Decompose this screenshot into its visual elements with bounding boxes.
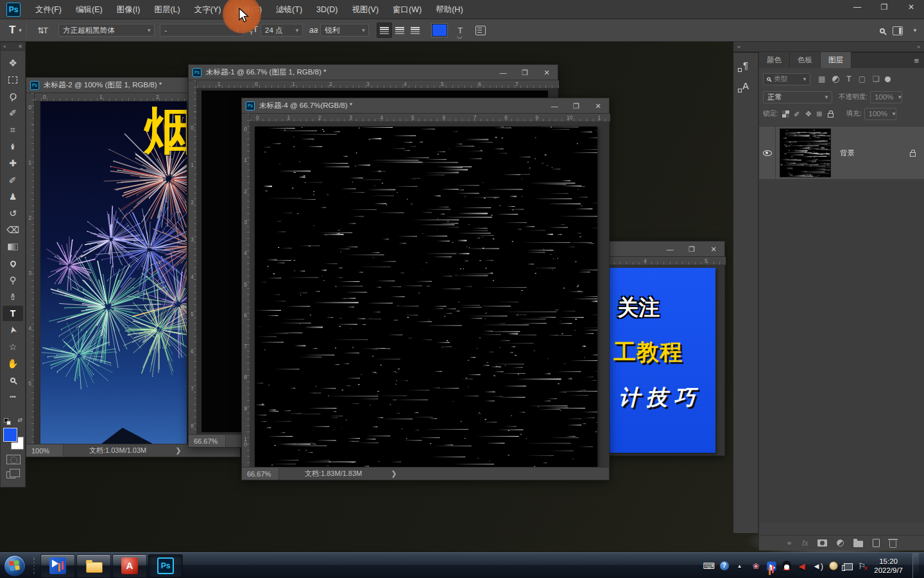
character-panel-icon[interactable]: A bbox=[736, 77, 755, 94]
menu-滤镜(T)[interactable]: 滤镜(T) bbox=[269, 0, 309, 19]
layer-filter-select[interactable]: 类型 ▼ bbox=[763, 73, 810, 85]
doc2-zoom-field[interactable]: 100% bbox=[26, 444, 64, 457]
taskbar-explorer-button[interactable] bbox=[76, 554, 111, 577]
gradient-tool[interactable] bbox=[3, 239, 23, 254]
doc4-close-button[interactable]: ✕ bbox=[592, 102, 604, 110]
blur-tool[interactable] bbox=[3, 256, 23, 271]
doc3-minimize-button[interactable]: — bbox=[664, 245, 676, 253]
taskbar-clock[interactable]: 15:20 2022/9/7 bbox=[874, 557, 903, 575]
app-close-button[interactable]: ✕ bbox=[902, 1, 920, 13]
add-layer-mask-icon[interactable] bbox=[817, 539, 827, 547]
tool-preset-caret-icon[interactable]: ▼ bbox=[17, 28, 22, 33]
tab-swatches[interactable]: 色板 bbox=[790, 52, 821, 68]
text-orientation-icon[interactable]: ⇅T bbox=[37, 26, 47, 35]
hand-tool[interactable]: ✋ bbox=[3, 356, 23, 371]
doc4-ruler-vertical[interactable]: 012345678910 bbox=[242, 114, 250, 468]
foreground-color-swatch[interactable] bbox=[3, 428, 17, 442]
menu-图层(L)[interactable]: 图层(L) bbox=[147, 0, 187, 19]
brush-tool[interactable]: ✎ bbox=[3, 172, 23, 188]
tools-close-icon[interactable]: ✕ bbox=[18, 44, 22, 49]
link-layers-icon[interactable]: ⚭ bbox=[786, 539, 792, 548]
volume-tray-icon[interactable]: ◄) bbox=[813, 561, 823, 571]
lock-all-icon[interactable] bbox=[828, 113, 834, 118]
help-tray-icon[interactable]: ? bbox=[720, 561, 729, 570]
doc4-maximize-button[interactable]: ❐ bbox=[570, 102, 582, 110]
dodge-tool[interactable]: ⚲ bbox=[3, 272, 23, 288]
dock-collapse-left-icon[interactable]: « bbox=[737, 44, 740, 50]
start-button[interactable] bbox=[4, 555, 26, 577]
action-center-flag-icon[interactable]: ⚐✕ bbox=[859, 561, 866, 571]
more-tools[interactable]: ••• bbox=[3, 389, 23, 405]
lock-pixels-icon[interactable]: ✎ bbox=[793, 110, 801, 116]
input-method-flower-icon[interactable]: ❀ bbox=[751, 561, 761, 571]
doc1-title-bar[interactable]: Ps 未标题-1 @ 66.7% (图层 1, RGB/8) * — ❐ ✕ bbox=[189, 65, 558, 80]
menu-图像(I)[interactable]: 图像(I) bbox=[110, 0, 148, 19]
doc4-ruler-horizontal[interactable]: 0123456789101 bbox=[250, 114, 610, 122]
move-tool[interactable]: ✥ bbox=[3, 55, 23, 71]
eyedropper-tool[interactable]: ✒ bbox=[3, 139, 23, 154]
new-group-icon[interactable] bbox=[853, 541, 863, 547]
warp-text-icon[interactable]: T◡ bbox=[458, 26, 463, 35]
doc4-minimize-button[interactable]: — bbox=[549, 102, 560, 110]
keyboard-tray-icon[interactable]: ⌨ bbox=[704, 561, 714, 571]
menu-窗口(W)[interactable]: 窗口(W) bbox=[386, 0, 429, 19]
menu-编辑(E)[interactable]: 编辑(E) bbox=[69, 0, 110, 19]
dock-collapse-right-icon[interactable]: » bbox=[917, 44, 920, 50]
qq-tray-icon[interactable] bbox=[782, 561, 791, 571]
doc1-ruler-vertical[interactable]: 012345678 bbox=[189, 80, 197, 435]
doc1-ruler-horizontal[interactable]: 101234567 bbox=[197, 80, 559, 89]
network-tray-icon[interactable] bbox=[844, 563, 853, 570]
filter-adjustment-layers-icon[interactable] bbox=[832, 76, 839, 83]
pen-tool[interactable]: ✑ bbox=[3, 289, 23, 304]
lock-transparency-icon[interactable] bbox=[782, 110, 789, 118]
video-tray-icon[interactable] bbox=[767, 561, 776, 570]
type-tool[interactable]: T bbox=[3, 306, 23, 321]
toggle-panels-icon[interactable] bbox=[475, 26, 486, 35]
type-tool-preset-icon[interactable]: T bbox=[9, 24, 15, 37]
doc1-maximize-button[interactable]: ❐ bbox=[519, 69, 531, 77]
doc4-status-chevron[interactable]: ❯ bbox=[391, 469, 397, 478]
paragraph-panel-icon[interactable]: ¶ bbox=[736, 57, 755, 73]
menu-视图(V)[interactable]: 视图(V) bbox=[345, 0, 386, 19]
layer-style-fx-icon[interactable]: fx bbox=[802, 539, 808, 548]
hidden-icons-caret[interactable]: ▴ bbox=[735, 563, 745, 569]
layer-row-background[interactable]: 背景 bbox=[759, 126, 924, 180]
panel-menu-icon[interactable]: ≡ bbox=[914, 56, 919, 68]
tab-layers[interactable]: 图层 bbox=[821, 52, 851, 68]
align-left-button[interactable] bbox=[377, 22, 392, 38]
doc2-ruler-vertical[interactable]: 012345 bbox=[26, 93, 35, 445]
red-horn-tray-icon[interactable]: ◀ bbox=[797, 561, 807, 571]
doc2-canvas[interactable]: 烟 bbox=[40, 101, 187, 444]
history-brush-tool[interactable]: ↺ bbox=[3, 206, 23, 221]
doc4-canvas[interactable] bbox=[255, 127, 597, 468]
clone-stamp-tool[interactable]: ♟ bbox=[3, 189, 23, 204]
app-minimize-button[interactable]: — bbox=[848, 1, 866, 13]
delete-layer-icon[interactable] bbox=[889, 541, 896, 548]
lasso-tool[interactable]: Ϙ bbox=[3, 89, 23, 104]
doc1-zoom-field[interactable]: 66.67% bbox=[189, 435, 226, 447]
custom-shape-tool[interactable]: ☆ bbox=[3, 339, 23, 355]
default-colors-icon[interactable]: ⇄ bbox=[4, 417, 23, 426]
lock-artboard-icon[interactable]: ⊞ bbox=[816, 110, 822, 118]
doc4-zoom-field[interactable]: 66.67% bbox=[242, 468, 279, 480]
text-color-swatch[interactable] bbox=[432, 24, 447, 37]
taskbar-photoshop-button[interactable]: Ps bbox=[148, 554, 183, 577]
lock-position-icon[interactable]: ✥ bbox=[805, 110, 811, 118]
show-desktop-button[interactable] bbox=[912, 553, 919, 578]
anti-alias-select[interactable]: 锐利▼ bbox=[320, 24, 369, 37]
quick-mask-button[interactable] bbox=[6, 455, 21, 464]
align-center-button[interactable] bbox=[392, 22, 407, 38]
doc3-close-button[interactable]: ✕ bbox=[708, 245, 719, 254]
path-selection-tool[interactable]: ➤ bbox=[3, 322, 23, 338]
tab-color[interactable]: 颜色 bbox=[759, 52, 790, 68]
filter-type-layers-icon[interactable]: T bbox=[846, 74, 851, 83]
zoom-tool[interactable] bbox=[3, 372, 23, 388]
workspace-caret-icon[interactable]: ▼ bbox=[912, 28, 918, 33]
new-layer-icon[interactable] bbox=[873, 539, 880, 547]
browser-tray-icon[interactable] bbox=[829, 561, 838, 570]
taskbar-autocad-button[interactable]: A bbox=[112, 554, 147, 577]
eraser-tool[interactable]: ⌫ bbox=[3, 222, 23, 238]
menu-文字(Y)[interactable]: 文字(Y) bbox=[187, 0, 228, 19]
screen-mode-button[interactable] bbox=[6, 471, 15, 478]
blend-mode-select[interactable]: 正常▼ bbox=[763, 91, 832, 103]
